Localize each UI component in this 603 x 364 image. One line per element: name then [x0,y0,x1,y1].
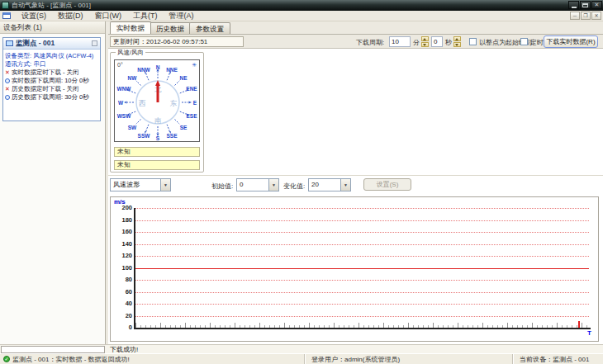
y-axis-line [134,208,135,329]
pin-icon[interactable] [92,40,97,46]
update-time-label: 更新时间： [113,38,146,45]
main-panel: 实时数据 历史数据 参数设置 更新时间：2012-06-02 09:57:51 … [108,21,603,344]
application-window: 自动气象站 - [监测点 - 001] ✕ 设置(S) 数据(D) 窗口(W) … [0,0,603,364]
status-message: 监测点 - 001：实时数据 - 数据返回成功! [12,355,130,364]
mdi-restore-button[interactable]: ❐ [581,12,591,20]
compass-mark-icon: ✳ [192,62,197,69]
device-list-header: 设备列表 (1) [0,21,105,34]
app-icon [2,2,9,9]
tab-bar: 实时数据 历史数据 参数设置 [108,21,603,34]
threshold-line [135,268,589,269]
waveform-select[interactable]: 风速波形 ▼ [110,178,171,191]
dir-label-ssw: SSW [138,133,150,139]
clock-icon [5,95,10,100]
status-message-section: ✓ 监测点 - 001：实时数据 - 数据返回成功! [0,354,304,364]
realtime-period-line: 实时数据下载周期: 10分 0秒 [5,77,98,85]
login-user-section: 登录用户：admin(系统管理员) [304,354,512,364]
timed-download-checkbox[interactable] [520,38,528,45]
device-type-line: 设备类型: 风速风向仪 (ACFW-4) [5,52,98,60]
mdi-child-icon[interactable] [2,12,11,19]
compass-graphic: 北 南 西 东 [115,60,201,143]
mdi-close-button[interactable]: ✕ [591,12,601,20]
dir-label-sse: SSE [166,133,177,139]
spin-up-icon[interactable] [453,36,461,41]
menu-data[interactable]: 数据(D) [52,11,89,21]
dir-label-wsw: WSW [117,113,131,119]
dir-label-ne: NE [179,75,187,81]
history-period-line: 历史数据下载周期: 30分 0秒 [5,93,98,102]
minutes-unit-label: 分 [413,38,420,47]
seconds-input[interactable]: 0 [431,36,443,47]
change-value-select[interactable]: 20 ▼ [308,178,351,191]
device-panel-body: 设备类型: 风速风向仪 (ACFW-4) 通讯方式: 串口 ✕实时数据定时下载 … [3,50,100,104]
minimize-button[interactable] [568,1,579,9]
section-divider [108,175,603,176]
settings-button[interactable]: 设置(S) [363,178,411,191]
title-bar: 自动气象站 - [监测点 - 001] ✕ [0,0,603,11]
maximize-button[interactable] [580,1,591,9]
dir-label-ese: ESE [186,113,197,119]
dir-label-w: W [118,100,123,106]
dir-label-nw: NW [128,75,137,81]
clock-icon [5,78,10,83]
close-button[interactable]: ✕ [591,1,602,9]
dir-label-s: S [156,135,159,141]
wind-compass: 北 南 西 东 0° ✳ N NNE NE ENE E ESE SE [114,59,200,142]
x-icon: ✕ [5,85,10,93]
x-icon: ✕ [5,69,10,77]
footer-left-box [1,346,105,353]
device-panel[interactable]: 监测点 - 001 设备类型: 风速风向仪 (ACFW-4) 通讯方式: 串口 … [2,37,101,121]
dir-label-e: E [193,100,197,106]
seconds-stepper[interactable] [453,36,461,47]
device-list-sidebar: 设备列表 (1) 监测点 - 001 设备类型: 风速风向仪 (ACFW-4) … [0,21,106,344]
chevron-down-icon[interactable]: ▼ [340,179,350,191]
menu-tools[interactable]: 工具(T) [127,11,164,21]
menu-bar: 设置(S) 数据(D) 窗口(W) 工具(T) 管理(A) ─ ❐ ✕ [0,11,603,21]
download-realtime-button[interactable]: 下载实时数据(R) [544,35,598,48]
footer-strip: 下载成功! [0,344,603,353]
realtime-timer-line: ✕实时数据定时下载 - 关闭 [5,69,98,77]
device-panel-title[interactable]: 监测点 - 001 [3,38,100,50]
spin-down-icon[interactable] [421,42,429,47]
current-device-section: 当前设备：监测点 - 001 [512,354,603,364]
menu-settings[interactable]: 设置(S) [16,11,52,21]
spin-down-icon[interactable] [453,42,461,47]
tab-realtime-data[interactable]: 实时数据 [110,21,151,34]
login-user-text: 登录用户：admin(系统管理员) [311,355,400,364]
success-check-icon: ✓ [3,356,10,362]
wind-direction-readout: 未知 [114,147,200,157]
wind-speed-chart: m/s 200 180 160 140 [110,196,599,342]
chevron-down-icon[interactable]: ▼ [160,179,170,191]
wind-angle-readout: 0° [117,62,123,68]
update-time-value: 2012-06-02 09:57:51 [146,38,207,45]
spin-up-icon[interactable] [421,36,429,41]
chevron-down-icon[interactable]: ▼ [268,179,278,191]
window-title: 自动气象站 - [监测点 - 001] [12,1,91,10]
dir-label-wnw: WNW [117,86,131,92]
history-timer-line: ✕历史数据定时下载 - 关闭 [5,85,98,93]
dir-label-se: SE [180,125,188,130]
current-device-text: 当前设备：监测点 - 001 [520,355,589,364]
minutes-stepper[interactable] [421,36,429,47]
current-time-marker [578,321,580,328]
download-period-label: 下载周期: [356,38,384,47]
x-axis-line [134,328,591,329]
wind-speed-readout: 未知 [114,160,200,170]
tab-parameter-settings[interactable]: 参数设置 [189,22,230,34]
minutes-input[interactable]: 10 [389,36,411,47]
comm-mode-line: 通讯方式: 串口 [5,60,98,69]
start-at-hour-checkbox[interactable] [469,38,477,45]
wind-group-title: 风速/风向 [116,49,145,57]
mdi-minimize-button[interactable]: ─ [570,12,580,20]
change-value-label: 变化值: [283,182,305,191]
device-title-text: 监测点 - 001 [16,39,55,49]
tab-history-data[interactable]: 历史数据 [150,22,191,34]
device-icon [6,40,13,46]
menu-window[interactable]: 窗口(W) [89,11,128,21]
initial-value-select[interactable]: 0 ▼ [236,178,279,191]
initial-value-label: 初始值: [211,182,233,191]
x-axis-t-label: T [587,329,591,337]
menu-admin[interactable]: 管理(A) [164,11,200,21]
chart-controls: 风速波形 ▼ 初始值: 0 ▼ 变化值: 20 ▼ 设置(S) [108,178,603,193]
compass-south-cn: 南 [154,116,162,125]
